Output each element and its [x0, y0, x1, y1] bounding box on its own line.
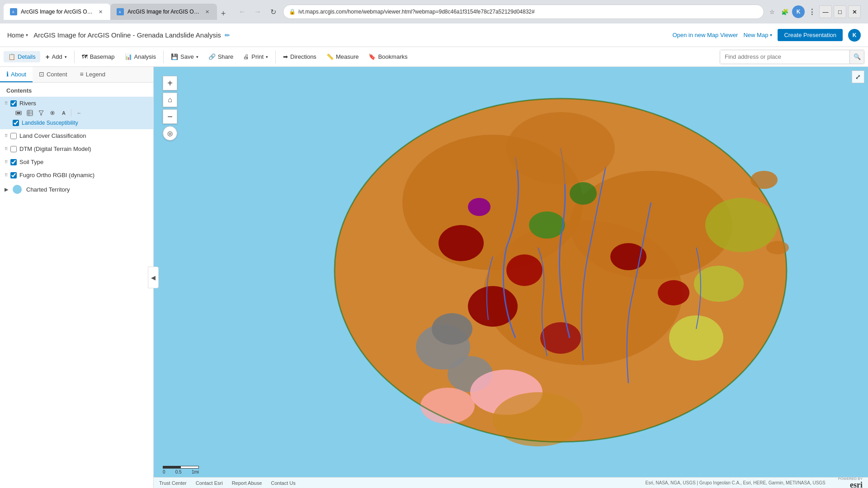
- measure-button[interactable]: 📏 Measure: [322, 51, 363, 62]
- layer-item-land-cover[interactable]: ⠿ Land Cover Classification: [0, 129, 153, 142]
- contact-us-link[interactable]: Contact Us: [271, 480, 295, 486]
- forward-button[interactable]: →: [250, 5, 265, 19]
- zoom-in-button[interactable]: +: [163, 76, 177, 90]
- layer-row-fugro: ⠿ Fugro Ortho RGBI (dynamic): [5, 172, 149, 178]
- layer-checkbox-dtm[interactable]: [10, 146, 17, 152]
- layer-checkbox-rivers[interactable]: [10, 100, 17, 107]
- layer-tool-more[interactable]: ···: [74, 108, 84, 118]
- drag-handle-rivers[interactable]: ⠿: [5, 101, 8, 106]
- trust-center-link[interactable]: Trust Center: [159, 480, 187, 486]
- analysis-button[interactable]: 📊 Analysis: [120, 51, 160, 62]
- close-button[interactable]: ✕: [848, 5, 861, 18]
- drag-handle-land-cover[interactable]: ⠿: [5, 133, 8, 138]
- layer-item-charted[interactable]: ▶ Charted Territory: [0, 182, 153, 197]
- search-input[interactable]: [720, 50, 849, 64]
- tab-close-2[interactable]: ✕: [203, 8, 211, 15]
- expand-arrow-charted[interactable]: ▶: [5, 187, 8, 192]
- content-icon: ⊡: [39, 70, 44, 78]
- locate-icon: ◎: [167, 130, 173, 137]
- sidebar-tab-legend[interactable]: ≡ Legend: [74, 67, 112, 82]
- contents-header: Contents: [0, 83, 153, 97]
- search-button[interactable]: 🔍: [849, 50, 864, 64]
- home-link[interactable]: Home ▾: [7, 32, 28, 39]
- locate-button[interactable]: ◎: [163, 126, 177, 141]
- layer-checkbox-fugro[interactable]: [10, 172, 17, 178]
- drag-handle-soil-type[interactable]: ⠿: [5, 160, 8, 164]
- scale-segment-1: [163, 466, 181, 469]
- share-button[interactable]: 🔗 Share: [204, 51, 238, 62]
- layer-item-fugro[interactable]: ⠿ Fugro Ortho RGBI (dynamic): [0, 169, 153, 182]
- layer-tool-filter[interactable]: [36, 108, 46, 118]
- add-icon: +: [46, 53, 50, 61]
- svg-point-26: [694, 266, 744, 302]
- new-map-button[interactable]: New Map ▾: [743, 32, 772, 38]
- fullscreen-button[interactable]: ⤢: [852, 70, 864, 83]
- svg-point-21: [540, 322, 581, 354]
- edit-title-icon[interactable]: ✏: [225, 32, 230, 39]
- svg-point-23: [658, 280, 689, 305]
- layer-item-soil-type[interactable]: ⠿ Soil Type: [0, 155, 153, 169]
- new-tab-button[interactable]: +: [217, 7, 230, 20]
- layer-tool-table[interactable]: [25, 108, 35, 118]
- directions-button[interactable]: ➡ Directions: [278, 51, 321, 62]
- layer-name-land-cover: Land Cover Classification: [19, 132, 86, 139]
- user-avatar[interactable]: K: [848, 29, 861, 42]
- drag-handle-fugro[interactable]: ⠿: [5, 173, 8, 178]
- sidebar: ℹ About ⊡ Content ≡ Legend ◀ Contents ⠿ …: [0, 67, 154, 488]
- contact-esri-link[interactable]: Contact Esri: [196, 480, 223, 486]
- bookmarks-icon: 🔖: [368, 53, 376, 60]
- print-icon: 🖨: [243, 53, 249, 60]
- svg-point-39: [766, 241, 789, 254]
- layer-checkbox-soil-type[interactable]: [10, 159, 17, 165]
- minimize-button[interactable]: —: [819, 5, 832, 18]
- toolbar: 📋 Details + Add ▾ 🗺 Basemap 📊 Analysis 💾…: [0, 47, 868, 67]
- create-presentation-button[interactable]: Create Presentation: [778, 29, 843, 41]
- layer-checkbox-land-cover[interactable]: [10, 133, 17, 139]
- print-button[interactable]: 🖨 Print ▾: [239, 51, 273, 62]
- layer-checkbox-landslide[interactable]: [13, 120, 19, 126]
- add-caret-icon: ▾: [65, 55, 67, 59]
- open-new-viewer-button[interactable]: Open in new Map Viewer: [672, 32, 738, 38]
- tab-favicon-1: A: [10, 8, 17, 15]
- sidebar-collapse-button[interactable]: ◀: [148, 267, 159, 288]
- profile-button[interactable]: K: [792, 5, 805, 18]
- browser-tab-1[interactable]: A ArcGIS Image for ArcGIS Online ✕: [4, 4, 110, 20]
- sidebar-tab-content[interactable]: ⊡ Content: [33, 67, 74, 82]
- basemap-button[interactable]: 🗺 Basemap: [77, 51, 119, 62]
- sidebar-tab-about[interactable]: ℹ About: [0, 67, 33, 82]
- map-area: + ⌂ − ◎ ⤢ 0 0.5 1mi: [154, 67, 868, 488]
- details-button[interactable]: 📋 Details: [4, 51, 40, 62]
- add-button[interactable]: + Add ▾: [41, 51, 71, 63]
- layer-item-rivers[interactable]: ⠿ Rivers: [0, 97, 153, 129]
- scale-labels: 0 0.5 1mi: [163, 469, 199, 474]
- fullscreen-icon: ⤢: [855, 73, 861, 80]
- svg-marker-10: [39, 111, 43, 115]
- svg-point-36: [493, 392, 583, 446]
- layer-tool-label[interactable]: A: [59, 108, 69, 118]
- reload-button[interactable]: ↻: [266, 5, 280, 19]
- layer-name-charted: Charted Territory: [26, 186, 70, 193]
- extensions-icon[interactable]: 🧩: [779, 6, 790, 17]
- layer-item-dtm[interactable]: ⠿ DTM (Digital Terrain Model): [0, 142, 153, 155]
- back-button[interactable]: ←: [235, 5, 250, 19]
- browser-chrome: A ArcGIS Image for ArcGIS Online ✕ A Arc…: [0, 0, 868, 23]
- bookmarks-button[interactable]: 🔖 Bookmarks: [364, 51, 412, 62]
- svg-point-34: [468, 198, 491, 216]
- svg-point-33: [570, 182, 597, 205]
- drag-handle-dtm[interactable]: ⠿: [5, 146, 8, 151]
- browser-tab-2[interactable]: A ArcGIS Image for ArcGIS Online ✕: [110, 4, 217, 20]
- bookmark-star-icon[interactable]: ☆: [767, 6, 778, 17]
- report-abuse-link[interactable]: Report Abuse: [232, 480, 262, 486]
- layer-tool-show-hide[interactable]: [14, 108, 24, 118]
- home-extent-button[interactable]: ⌂: [163, 93, 177, 107]
- address-bar[interactable]: 🔒 ivt.maps.arcgis.com/home/webmap/viewer…: [283, 5, 764, 19]
- zoom-out-button[interactable]: −: [163, 109, 177, 124]
- layer-tool-style[interactable]: [47, 108, 57, 118]
- save-button[interactable]: 💾 Save ▾: [166, 51, 203, 62]
- toolbar-divider-1: [74, 51, 75, 63]
- svg-point-29: [432, 313, 472, 345]
- tab-close-1[interactable]: ✕: [97, 8, 104, 15]
- restore-button[interactable]: □: [834, 5, 846, 18]
- menu-icon[interactable]: ⋮: [807, 6, 817, 17]
- home-caret-icon: ▾: [26, 33, 28, 38]
